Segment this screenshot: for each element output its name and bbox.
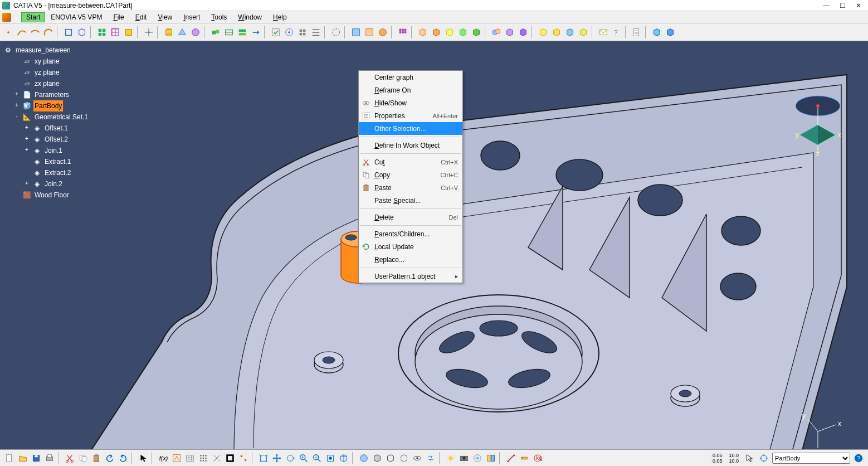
menu-edit[interactable]: Edit <box>130 12 153 22</box>
zoom-in-button[interactable] <box>298 452 310 464</box>
measure1-button[interactable] <box>505 452 517 464</box>
dim10-button[interactable]: 10.010.0 <box>726 452 741 464</box>
tool-box1[interactable] <box>62 26 75 38</box>
ctx-item-properties[interactable]: PropertiesAlt+Enter <box>359 109 462 122</box>
measure3-button[interactable]: kg <box>531 452 544 464</box>
ctx-item-paste[interactable]: PasteCtrl+V <box>359 181 462 194</box>
catalog-button[interactable] <box>485 452 497 464</box>
current-body-selector[interactable]: PartBody <box>772 453 850 464</box>
ctx-item-reframe-on[interactable]: Reframe On <box>359 84 462 96</box>
sun-button[interactable] <box>445 452 457 464</box>
render-button[interactable] <box>471 452 484 464</box>
tree-node-1[interactable]: ▱yz plane <box>3 67 89 78</box>
tree-root[interactable]: ⚙ measure_between <box>3 45 89 56</box>
measure2-button[interactable] <box>518 452 530 464</box>
tool-join[interactable] <box>209 26 222 38</box>
tool-axis[interactable] <box>143 26 155 38</box>
tool-cube-o1[interactable] <box>417 26 429 38</box>
workbench-icon[interactable] <box>2 13 11 22</box>
iso-view-button[interactable] <box>338 452 350 464</box>
view-mode2-button[interactable] <box>384 452 397 464</box>
tool-grid3[interactable] <box>397 26 409 38</box>
ctx-item-delete[interactable]: DeleteDel <box>359 211 462 224</box>
zoom-out-button[interactable] <box>311 452 323 464</box>
tool-wire[interactable] <box>330 26 342 38</box>
dim005-button[interactable]: 0.050.05 <box>710 452 725 464</box>
ctx-item-paste-special[interactable]: Paste Special... <box>359 194 462 207</box>
tool-q[interactable]: ? <box>611 26 623 38</box>
tool-check4[interactable] <box>310 26 322 38</box>
view-mode1-button[interactable] <box>371 452 383 464</box>
sketch-button[interactable] <box>170 452 183 464</box>
tool-point[interactable] <box>2 26 14 38</box>
tree-node-11[interactable]: +◈Join.2 <box>3 178 89 190</box>
cursor-button[interactable] <box>743 452 755 464</box>
menu-file[interactable]: File <box>108 12 129 22</box>
undo-button[interactable] <box>104 452 116 464</box>
help-button[interactable]: ? <box>852 452 865 464</box>
maximize-button[interactable]: ☐ <box>840 2 846 9</box>
tool-check1[interactable] <box>270 26 282 38</box>
tree-node-8[interactable]: +◈Join.1 <box>3 145 89 156</box>
cut-button[interactable] <box>64 452 76 464</box>
spec-tree[interactable]: ⚙ measure_between ▱xy plane▱yz plane▱zx … <box>3 45 89 201</box>
tree-node-0[interactable]: ▱xy plane <box>3 56 89 67</box>
point2-button[interactable] <box>237 452 250 464</box>
fit-all-button[interactable] <box>257 452 270 464</box>
tool-g3[interactable] <box>377 26 389 38</box>
rotate-button[interactable] <box>284 452 296 464</box>
expand-icon[interactable] <box>23 158 30 165</box>
ctx-item-cut[interactable]: CutCtrl+X <box>359 156 462 168</box>
select-arrow-button[interactable] <box>137 452 149 464</box>
swap-button[interactable] <box>425 452 437 464</box>
copy-button[interactable] <box>77 452 89 464</box>
thick-button[interactable] <box>224 452 236 464</box>
expand-icon[interactable] <box>13 69 20 76</box>
paste-button[interactable] <box>90 452 103 464</box>
menu-view[interactable]: View <box>152 12 178 22</box>
tool-cube-g2[interactable] <box>470 26 482 38</box>
tool-revolve[interactable] <box>664 26 676 38</box>
grid-dots-button[interactable] <box>197 452 209 464</box>
tool-cube-y3[interactable] <box>550 26 563 38</box>
expand-icon[interactable]: + <box>23 136 30 143</box>
menu-start[interactable]: Start <box>21 12 45 22</box>
axis-button[interactable] <box>211 452 223 464</box>
expand-icon[interactable]: + <box>23 181 30 187</box>
tree-node-4[interactable]: +🧊PartBody <box>3 100 89 111</box>
tool-cube-y2[interactable] <box>537 26 549 38</box>
tool-select-box[interactable] <box>123 26 135 38</box>
tool-cylinder[interactable] <box>163 26 175 38</box>
ctx-item-other-selection[interactable]: Other Selection... <box>359 122 462 135</box>
tool-curve[interactable] <box>29 26 41 38</box>
tool-check3[interactable] <box>296 26 309 38</box>
tool-cube-p2[interactable] <box>517 26 529 38</box>
tool-cone[interactable] <box>176 26 188 38</box>
tool-box2[interactable] <box>76 26 88 38</box>
ctx-item-userpattern-1-object[interactable]: UserPattern.1 object▸ <box>359 270 462 283</box>
tool-cube-o2[interactable] <box>430 26 442 38</box>
menu-tools[interactable]: Tools <box>206 12 232 22</box>
tool-cube-b[interactable] <box>564 26 576 38</box>
tool-cube-pair[interactable] <box>490 26 503 38</box>
tool-cube-y[interactable] <box>443 26 456 38</box>
tool-check2[interactable] <box>283 26 295 38</box>
expand-icon[interactable]: + <box>23 125 30 132</box>
expand-icon[interactable] <box>23 169 30 176</box>
expand-icon[interactable]: - <box>13 114 20 120</box>
table-button[interactable] <box>184 452 196 464</box>
ctx-item-parents-children[interactable]: Parents/Children... <box>359 227 462 240</box>
fx-button[interactable]: f(x) <box>157 452 169 464</box>
tree-node-6[interactable]: +◈Offset.1 <box>3 123 89 134</box>
ctx-item-hide-show[interactable]: Hide/Show <box>359 96 462 109</box>
tool-g1[interactable] <box>350 26 362 38</box>
tool-spline[interactable] <box>16 26 28 38</box>
tree-node-2[interactable]: ▱zx plane <box>3 78 89 89</box>
save-button[interactable] <box>30 452 42 464</box>
tool-extrude[interactable] <box>651 26 663 38</box>
pick-button[interactable] <box>758 452 770 464</box>
expand-icon[interactable] <box>13 58 20 65</box>
tool-cube-y4[interactable] <box>577 26 589 38</box>
tree-node-5[interactable]: -📐Geometrical Set.1 <box>3 111 89 123</box>
tool-sphere[interactable] <box>189 26 202 38</box>
